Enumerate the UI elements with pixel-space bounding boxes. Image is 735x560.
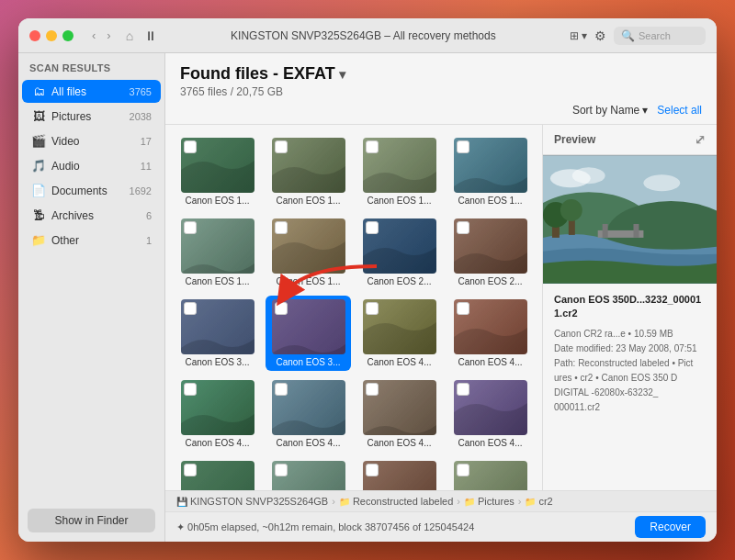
sort-arrow-icon: ▾ bbox=[642, 104, 648, 117]
file-item[interactable]: Canon EOS 1... bbox=[175, 215, 260, 290]
file-item[interactable]: Canon EOS 1... bbox=[175, 134, 260, 209]
file-label: Canon EOS 1... bbox=[451, 196, 529, 206]
pause-button[interactable]: ⏸ bbox=[144, 28, 157, 43]
file-checkbox[interactable] bbox=[184, 464, 197, 476]
sidebar-item-other[interactable]: 📁 Other 1 bbox=[22, 229, 161, 252]
file-thumbnail bbox=[181, 218, 254, 274]
close-button[interactable] bbox=[29, 30, 40, 41]
file-label: Canon EOS 4... bbox=[360, 357, 438, 367]
file-checkbox[interactable] bbox=[184, 140, 197, 153]
svg-rect-30 bbox=[633, 224, 639, 238]
file-checkbox[interactable] bbox=[275, 302, 288, 315]
sidebar-item-documents[interactable]: 📄 Documents 1692 bbox=[22, 179, 161, 202]
file-item[interactable]: Canon EOS 1... bbox=[447, 134, 533, 209]
breadcrumb-folder-1: Reconstructed labeled bbox=[353, 496, 453, 507]
pictures-count: 2038 bbox=[130, 111, 152, 122]
home-button[interactable]: ⌂ bbox=[126, 28, 133, 43]
file-item[interactable]: Canon EOS 4... bbox=[447, 376, 533, 452]
breadcrumb-item-0[interactable]: 💾 KINGSTON SNVP325S264GB bbox=[176, 496, 328, 507]
sidebar-item-video[interactable]: 🎬 Video 17 bbox=[22, 129, 161, 152]
breadcrumb-drive-label: KINGSTON SNVP325S264GB bbox=[190, 496, 328, 507]
preview-path: Path: Reconstructed labeled • Pict ures … bbox=[554, 356, 706, 415]
file-checkbox[interactable] bbox=[275, 383, 288, 396]
file-item[interactable]: Canon EOS 2... bbox=[447, 215, 533, 290]
window-title: KINGSTON SNVP325S264GB – All recovery me… bbox=[164, 29, 562, 42]
file-item[interactable]: Canon EOS 5... bbox=[266, 457, 351, 490]
file-item[interactable]: Canon EOS 4... bbox=[447, 296, 533, 371]
breadcrumb-item-3[interactable]: 📁 cr2 bbox=[525, 496, 552, 507]
file-item[interactable]: Canon EOS 4... bbox=[175, 376, 260, 452]
preview-panel: Preview ⤢ bbox=[542, 125, 717, 490]
breadcrumb-bar: 💾 KINGSTON SNVP325S264GB › 📁 Reconstruct… bbox=[165, 490, 717, 511]
minimize-button[interactable] bbox=[46, 30, 57, 41]
back-button[interactable]: ‹ bbox=[88, 27, 99, 44]
sidebar-section-title: Scan results bbox=[18, 53, 164, 79]
file-checkbox[interactable] bbox=[184, 383, 197, 396]
video-icon: 🎬 bbox=[31, 134, 46, 148]
forward-button[interactable]: › bbox=[103, 27, 114, 44]
file-item[interactable]: Canon EOS 4... bbox=[356, 296, 442, 371]
file-label: Canon EOS 1... bbox=[178, 276, 256, 286]
file-item[interactable]: Canon EOS 4... bbox=[356, 376, 442, 452]
file-item[interactable]: Canon EOS 1... bbox=[266, 215, 351, 290]
sidebar-item-audio[interactable]: 🎵 Audio 11 bbox=[22, 154, 161, 177]
file-item[interactable]: Canon EOS 2... bbox=[356, 215, 442, 290]
file-checkbox[interactable] bbox=[366, 140, 379, 153]
file-checkbox[interactable] bbox=[366, 464, 379, 476]
file-checkbox[interactable] bbox=[184, 302, 197, 315]
view-toggle[interactable]: ⊞ ▾ bbox=[570, 29, 587, 42]
file-thumbnail bbox=[454, 218, 527, 274]
search-bar[interactable]: 🔍 Search bbox=[614, 27, 706, 45]
all-files-count: 3765 bbox=[130, 86, 152, 97]
file-item[interactable]: Canon EOS 4... bbox=[356, 457, 442, 490]
file-checkbox[interactable] bbox=[457, 464, 469, 476]
search-placeholder: Search bbox=[639, 30, 671, 41]
file-thumbnail bbox=[181, 380, 254, 435]
file-item[interactable]: Canon EOS 4... bbox=[175, 457, 260, 490]
file-thumbnail bbox=[272, 138, 345, 193]
file-item[interactable]: Canon EOS 3... bbox=[175, 296, 260, 371]
file-item[interactable]: Canon EOS 1... bbox=[356, 134, 442, 209]
preview-header: Preview ⤢ bbox=[543, 125, 717, 155]
file-label: Canon EOS 4... bbox=[178, 438, 256, 448]
file-checkbox[interactable] bbox=[457, 221, 469, 234]
titlebar-right: ⊞ ▾ ⚙ 🔍 Search bbox=[570, 27, 706, 45]
sidebar-item-all-files[interactable]: 🗂 All files 3765 bbox=[22, 80, 161, 103]
select-all-button[interactable]: Select all bbox=[657, 104, 702, 117]
file-checkbox[interactable] bbox=[366, 383, 379, 396]
breadcrumb-folder-2: Pictures bbox=[478, 496, 514, 507]
file-checkbox[interactable] bbox=[184, 221, 197, 234]
sort-button[interactable]: Sort by Name ▾ bbox=[572, 104, 648, 117]
sidebar-item-archives[interactable]: 🗜 Archives 6 bbox=[22, 204, 161, 227]
file-checkbox[interactable] bbox=[457, 383, 469, 396]
file-item[interactable]: Canon EOS 3... bbox=[266, 296, 351, 371]
file-checkbox[interactable] bbox=[457, 302, 469, 315]
file-label: Canon EOS 1... bbox=[178, 196, 256, 206]
folder-icon-1: 📁 bbox=[339, 497, 350, 507]
breadcrumb-sep-2: › bbox=[457, 496, 460, 507]
settings-button[interactable]: ⚙ bbox=[594, 28, 606, 43]
file-label: Canon EOS 4... bbox=[360, 438, 438, 448]
other-icon: 📁 bbox=[31, 233, 46, 247]
file-checkbox[interactable] bbox=[366, 302, 379, 315]
file-checkbox[interactable] bbox=[275, 140, 288, 153]
breadcrumb-item-1[interactable]: 📁 Reconstructed labeled bbox=[339, 496, 453, 507]
file-checkbox[interactable] bbox=[275, 221, 288, 234]
file-checkbox[interactable] bbox=[457, 140, 469, 153]
title-dropdown-arrow[interactable]: ▾ bbox=[339, 67, 345, 82]
recover-button[interactable]: Recover bbox=[635, 516, 706, 538]
preview-expand-icon[interactable]: ⤢ bbox=[695, 132, 706, 147]
file-checkbox[interactable] bbox=[366, 221, 379, 234]
file-item[interactable]: Canon EOS 4... bbox=[266, 376, 351, 452]
pictures-icon: 🖼 bbox=[31, 109, 46, 123]
sidebar-item-pictures[interactable]: 🖼 Pictures 2038 bbox=[22, 105, 161, 128]
breadcrumb-item-2[interactable]: 📁 Pictures bbox=[464, 496, 514, 507]
file-item[interactable] bbox=[447, 457, 533, 490]
folder-icon-3: 📁 bbox=[525, 497, 536, 507]
file-item[interactable]: Canon EOS 1... bbox=[266, 134, 351, 209]
maximize-button[interactable] bbox=[62, 30, 74, 41]
titlebar: ‹ › ⌂ ⏸ KINGSTON SNVP325S264GB – All rec… bbox=[18, 18, 717, 53]
show-in-finder-button[interactable]: Show in Finder bbox=[28, 509, 155, 532]
file-checkbox[interactable] bbox=[275, 464, 288, 476]
content-title: Found files - EXFAT ▾ bbox=[180, 64, 702, 84]
